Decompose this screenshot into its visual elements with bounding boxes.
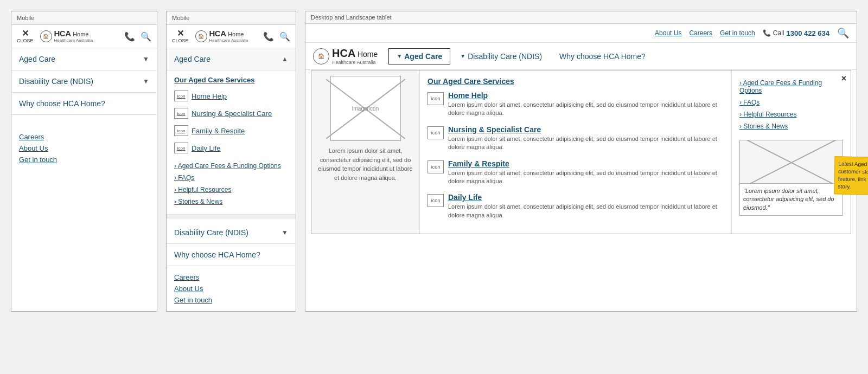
footer-aboutus-1[interactable]: About Us <box>19 143 149 154</box>
desktop-panel-label: Desktop and Landscape tablet <box>305 11 857 24</box>
mega-service-family: icon Family & Respite Lorem ipsum dolor … <box>427 159 724 186</box>
home-help-content: Home Help Lorem ipsum dolor sit amet, co… <box>448 91 724 118</box>
desktop-logo-sub: Healthcare Australia <box>332 60 378 65</box>
right-link-faqs[interactable]: FAQs <box>739 96 843 108</box>
home-help-title-desktop[interactable]: Home Help <box>448 91 724 100</box>
home-help-desc-desktop: Lorem ipsum dolor sit amet, consectetur … <box>448 101 724 118</box>
family-icon-desktop: icon <box>427 160 444 173</box>
nav-disability-label-2: Disability Care (NDIS) <box>174 228 248 237</box>
home-help-icon-2: icon <box>174 91 188 101</box>
nav-why-desktop-label: Why choose HCA Home? <box>559 52 646 61</box>
footer-careers-2[interactable]: Careers <box>174 272 288 283</box>
chevron-down-icon-2: ▼ <box>143 78 149 85</box>
chevron-down-aged-care: ▼ <box>397 53 402 59</box>
family-title-desktop[interactable]: Family & Respite <box>448 159 724 168</box>
mega-service-daily: icon Daily Life Lorem ipsum dolor sit am… <box>427 193 724 220</box>
topbar-careers[interactable]: Careers <box>689 29 712 37</box>
service-home-help-2[interactable]: icon Home Help <box>167 87 296 105</box>
nav-aged-care-desktop[interactable]: ▼ Aged Care <box>388 48 450 65</box>
topbar-contact[interactable]: Get in touch <box>720 29 755 37</box>
nav-disability-1[interactable]: Disability Care (NDIS) ▼ <box>11 70 157 93</box>
divider-1 <box>167 214 296 218</box>
mega-services-title[interactable]: Our Aged Care Services <box>427 77 724 86</box>
nursing-desc-desktop: Lorem ipsum dolor sit amet, consectetur … <box>448 135 724 152</box>
nav-disability-2[interactable]: Disability Care (NDIS) ▼ <box>167 222 296 244</box>
nav-why-1[interactable]: Why choose HCA Home? <box>11 93 157 115</box>
nursing-label-2: Nursing & Specialist Care <box>192 109 272 118</box>
story-image <box>740 140 843 184</box>
aged-care-services-title[interactable]: Our Aged Care Services <box>167 70 296 87</box>
faqs-link-2[interactable]: FAQs <box>167 172 296 184</box>
phone-icon-1[interactable]: 📞 <box>124 31 135 42</box>
service-family-2[interactable]: icon Family & Respite <box>167 122 296 139</box>
logo-icon-1: 🏠 <box>40 30 52 42</box>
search-icon-2[interactable]: 🔍 <box>279 31 290 42</box>
topbar-left-2: ✕ CLOSE 🏠 HCA Home Healthcare Australia <box>172 29 248 43</box>
nursing-icon-2: icon <box>174 108 188 119</box>
nav-why-2[interactable]: Why choose HCA Home? <box>167 244 296 266</box>
service-nursing-2[interactable]: icon Nursing & Specialist Care <box>167 105 296 122</box>
helpful-resources-link-2[interactable]: Helpful Resources <box>167 184 296 196</box>
nav-why-label-1: Why choose HCA Home? <box>19 99 105 108</box>
close-button-1[interactable]: ✕ CLOSE <box>17 29 34 43</box>
sticky-note: Latest Aged customer story feature, link… <box>834 156 868 195</box>
mobile-panel-2: Mobile ✕ CLOSE 🏠 HCA Home Healthcare Aus… <box>166 11 296 312</box>
daily-title-desktop[interactable]: Daily Life <box>448 193 724 202</box>
logo-sub-2: Healthcare Australia <box>209 38 248 43</box>
footer-aboutus-2[interactable]: About Us <box>174 283 288 294</box>
nav-why-desktop[interactable]: Why choose HCA Home? <box>552 49 653 64</box>
phone-icon-2[interactable]: 📞 <box>263 31 274 42</box>
footer-contact-2[interactable]: Get in touch <box>174 294 288 306</box>
chevron-down-icon-1: ▼ <box>143 55 149 63</box>
nursing-content: Nursing & Specialist Care Lorem ipsum do… <box>448 125 724 152</box>
logo-text-2: HCA Home Healthcare Australia <box>209 29 248 43</box>
service-daily-2[interactable]: icon Daily Life <box>167 139 296 157</box>
daily-label-2: Daily Life <box>192 144 220 152</box>
desktop-navbar: 🏠 HCA Home Healthcare Australia ▼ Aged C… <box>305 43 857 70</box>
desktop-panel: Desktop and Landscape tablet About Us Ca… <box>305 11 857 312</box>
search-icon-1[interactable]: 🔍 <box>141 31 151 42</box>
logo-hca-1: HCA <box>54 29 71 38</box>
mobile-topbar-2: ✕ CLOSE 🏠 HCA Home Healthcare Australia … <box>167 25 296 48</box>
nursing-icon-desktop: icon <box>427 126 444 139</box>
footer-links-1: Careers About Us Get in touch <box>11 126 157 171</box>
footer-careers-1[interactable]: Careers <box>19 131 149 143</box>
nav-aged-care-2[interactable]: Aged Care ▲ <box>167 48 296 70</box>
chevron-down-icon-3: ▼ <box>282 229 288 236</box>
family-label-2: Family & Respite <box>192 127 245 135</box>
right-link-fees[interactable]: Aged Care Fees & Funding Options <box>739 77 843 96</box>
nav-aged-care-label-1: Aged Care <box>19 55 55 63</box>
nursing-title-desktop[interactable]: Nursing & Specialist Care <box>448 125 724 134</box>
search-icon-desktop[interactable]: 🔍 <box>837 27 849 39</box>
logo-text-1: HCA Home Healthcare Australia <box>54 29 93 43</box>
home-help-label-2: Home Help <box>192 92 227 100</box>
logo-sub-1: Healthcare Australia <box>54 38 93 43</box>
mega-left-description: Lorem ipsum dolor sit amet, consectetur … <box>317 146 414 182</box>
right-link-resources[interactable]: Helpful Resources <box>739 108 843 120</box>
right-link-stories[interactable]: Stories & News <box>739 120 843 132</box>
story-quote: "Lorem ipsum dolor sit amet, consectetur… <box>740 184 843 215</box>
family-icon-2: icon <box>174 125 188 136</box>
mega-dropdown: × Image/Icon Lorem ipsum dolor sit amet,… <box>311 70 851 234</box>
logo-hca-2: HCA <box>209 29 226 38</box>
daily-icon-desktop: icon <box>427 194 444 207</box>
family-content: Family & Respite Lorem ipsum dolor sit a… <box>448 159 724 186</box>
call-number[interactable]: 1300 422 634 <box>786 29 829 37</box>
stories-news-link-2[interactable]: Stories & News <box>167 196 296 208</box>
nav-aged-care-1[interactable]: Aged Care ▼ <box>11 48 157 70</box>
close-x-icon-2: ✕ <box>177 29 184 38</box>
mega-center-column: Our Aged Care Services icon Home Help Lo… <box>420 70 731 234</box>
close-label-1: CLOSE <box>17 38 34 43</box>
footer-contact-1[interactable]: Get in touch <box>19 154 149 165</box>
topbar-aboutus[interactable]: About Us <box>655 29 681 37</box>
mobile-panel-1: Mobile ✕ CLOSE 🏠 HCA Home Healthcare Aus… <box>11 11 157 312</box>
close-button-2[interactable]: ✕ CLOSE <box>172 29 189 43</box>
mega-image-label: Image/Icon <box>352 106 379 112</box>
mega-right-column: Aged Care Fees & Funding Options FAQs He… <box>731 70 851 234</box>
topbar-right-2: 📞 🔍 <box>263 31 290 42</box>
close-label-2: CLOSE <box>172 38 189 43</box>
aged-care-fees-link-2[interactable]: Aged Care Fees & Funding Options <box>167 160 296 172</box>
desktop-logo-hca: HCA <box>332 47 355 59</box>
nav-disability-desktop[interactable]: ▼ Disability Care (NDIS) <box>452 49 550 64</box>
customer-story-box: "Lorem ipsum dolor sit amet, consectetur… <box>739 140 843 216</box>
